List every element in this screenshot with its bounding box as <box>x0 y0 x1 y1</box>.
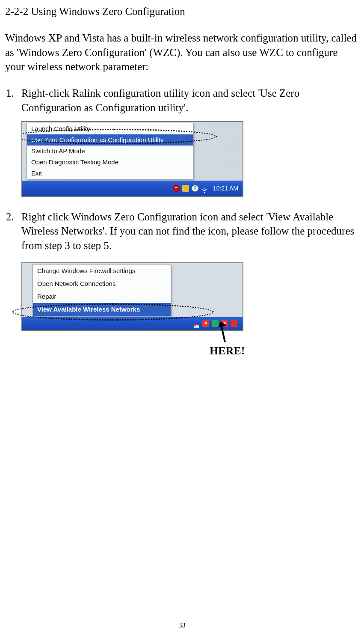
menu-item-launch-config[interactable]: Launch Config Utility <box>27 123 193 134</box>
screenshot-2: Change Windows Firewall settings Open Ne… <box>21 262 243 331</box>
menu-item-diagnostic[interactable]: Open Diagnostic Testing Mode <box>27 157 193 168</box>
intro-paragraph: Windows XP and Vista has a built-in wire… <box>5 31 360 74</box>
menu-item-firewall[interactable]: Change Windows Firewall settings <box>33 265 171 277</box>
svg-point-0 <box>204 192 205 193</box>
screenshot-1: Launch Config Utility Use Zero Configura… <box>21 121 243 197</box>
page-number: 33 <box>0 621 364 629</box>
windows-taskbar: 10:21 AM <box>22 181 243 196</box>
arrow-icon <box>218 321 232 343</box>
menu-item-view-networks[interactable]: View Available Wireless Networks <box>33 303 171 316</box>
step-1: 1. Right-click Ralink configuration util… <box>5 86 360 115</box>
svg-rect-2 <box>194 324 196 326</box>
section-heading: 2-2-2 Using Windows Zero Configuration <box>5 4 360 19</box>
step-2: 2. Right click Windows Zero Configuratio… <box>5 210 360 253</box>
here-annotation: HERE! <box>210 321 278 357</box>
ralink-tray-icon[interactable] <box>192 185 198 192</box>
here-label: HERE! <box>210 345 245 357</box>
wzc-context-menu: Change Windows Firewall settings Open Ne… <box>33 264 171 316</box>
figure-2: Change Windows Firewall settings Open Ne… <box>21 262 360 331</box>
step-2-text: Right click Windows Zero Configuration i… <box>21 210 360 253</box>
menu-item-switch-ap[interactable]: Switch to AP Mode <box>27 146 193 157</box>
taskbar-clock: 10:21 AM <box>211 185 240 192</box>
wireless-tray-icon-2[interactable] <box>193 320 200 327</box>
menu-item-repair[interactable]: Repair <box>33 290 171 303</box>
menu-item-open-network[interactable]: Open Network Connections <box>33 277 171 290</box>
step-2-number: 2. <box>5 210 21 253</box>
step-1-number: 1. <box>5 86 21 115</box>
system-tray <box>173 185 208 192</box>
menu-item-use-zero-config[interactable]: Use Zero Configuration as Configuration … <box>27 134 193 146</box>
figure-1: Launch Config Utility Use Zero Configura… <box>21 121 360 197</box>
alert-tray-icon[interactable] <box>202 320 209 327</box>
tray-misc-icon[interactable] <box>182 185 189 192</box>
avira-icon[interactable] <box>173 185 180 192</box>
menu-item-exit[interactable]: Exit <box>27 168 193 179</box>
svg-marker-5 <box>218 321 227 327</box>
step-1-text: Right-click Ralink configuration utility… <box>21 86 360 115</box>
wireless-tray-icon[interactable] <box>201 185 208 192</box>
ralink-context-menu: Launch Config Utility Use Zero Configura… <box>27 123 193 179</box>
